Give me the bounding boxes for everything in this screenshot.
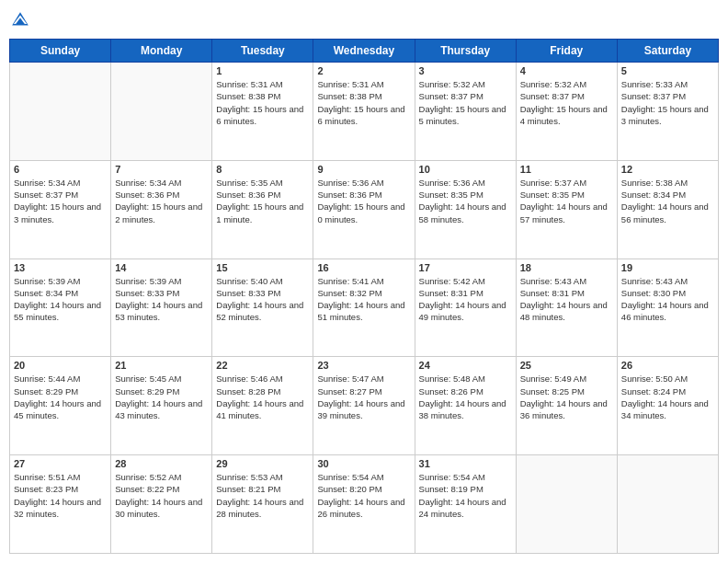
day-number: 1 — [216, 65, 309, 76]
day-number: 20 — [14, 360, 107, 371]
cell-content: Sunrise: 5:44 AMSunset: 8:29 PMDaylight:… — [14, 373, 107, 421]
cell-content: Sunrise: 5:41 AMSunset: 8:32 PMDaylight:… — [317, 275, 410, 324]
day-number: 23 — [317, 360, 410, 371]
day-number: 11 — [520, 164, 613, 175]
calendar-cell: 20Sunrise: 5:44 AMSunset: 8:29 PMDayligh… — [10, 357, 111, 455]
day-number: 18 — [520, 262, 613, 273]
calendar-cell: 13Sunrise: 5:39 AMSunset: 8:34 PMDayligh… — [10, 259, 111, 357]
day-number: 28 — [115, 458, 208, 469]
cell-content: Sunrise: 5:36 AMSunset: 8:36 PMDaylight:… — [317, 177, 410, 225]
day-number: 5 — [621, 65, 714, 76]
calendar-cell: 24Sunrise: 5:48 AMSunset: 8:26 PMDayligh… — [415, 357, 516, 455]
day-number: 10 — [419, 164, 512, 175]
cell-content: Sunrise: 5:40 AMSunset: 8:33 PMDaylight:… — [216, 275, 309, 324]
cell-content: Sunrise: 5:33 AMSunset: 8:37 PMDaylight:… — [621, 78, 714, 127]
day-number: 29 — [216, 458, 309, 469]
day-number: 24 — [419, 360, 512, 371]
weekday-header-monday: Monday — [111, 40, 212, 63]
calendar-cell: 6Sunrise: 5:34 AMSunset: 8:37 PMDaylight… — [10, 160, 111, 259]
calendar-cell: 18Sunrise: 5:43 AMSunset: 8:31 PMDayligh… — [516, 259, 617, 357]
calendar-cell: 3Sunrise: 5:32 AMSunset: 8:37 PMDaylight… — [415, 63, 516, 161]
weekday-header-row: SundayMondayTuesdayWednesdayThursdayFrid… — [10, 40, 719, 63]
cell-content: Sunrise: 5:36 AMSunset: 8:35 PMDaylight:… — [419, 177, 512, 225]
logo — [9, 9, 35, 31]
calendar-cell: 16Sunrise: 5:41 AMSunset: 8:32 PMDayligh… — [313, 259, 415, 357]
calendar-cell: 31Sunrise: 5:54 AMSunset: 8:19 PMDayligh… — [415, 455, 516, 554]
week-row-1: 6Sunrise: 5:34 AMSunset: 8:37 PMDaylight… — [10, 160, 719, 259]
weekday-header-sunday: Sunday — [10, 40, 111, 63]
cell-content: Sunrise: 5:46 AMSunset: 8:28 PMDaylight:… — [216, 373, 309, 421]
weekday-header-tuesday: Tuesday — [212, 40, 313, 63]
calendar-cell — [617, 455, 718, 554]
day-number: 27 — [14, 458, 107, 469]
cell-content: Sunrise: 5:42 AMSunset: 8:31 PMDaylight:… — [419, 275, 512, 324]
cell-content: Sunrise: 5:45 AMSunset: 8:29 PMDaylight:… — [115, 373, 208, 421]
day-number: 13 — [14, 262, 107, 273]
week-row-4: 27Sunrise: 5:51 AMSunset: 8:23 PMDayligh… — [10, 455, 719, 554]
cell-content: Sunrise: 5:50 AMSunset: 8:24 PMDaylight:… — [621, 373, 714, 421]
weekday-header-saturday: Saturday — [617, 40, 718, 63]
calendar-cell: 1Sunrise: 5:31 AMSunset: 8:38 PMDaylight… — [212, 63, 313, 161]
calendar-cell: 27Sunrise: 5:51 AMSunset: 8:23 PMDayligh… — [10, 455, 111, 554]
day-number: 30 — [317, 458, 410, 469]
header — [9, 9, 719, 31]
calendar-cell: 29Sunrise: 5:53 AMSunset: 8:21 PMDayligh… — [212, 455, 313, 554]
calendar-cell: 22Sunrise: 5:46 AMSunset: 8:28 PMDayligh… — [212, 357, 313, 455]
cell-content: Sunrise: 5:53 AMSunset: 8:21 PMDaylight:… — [216, 471, 309, 520]
calendar-cell — [111, 63, 212, 161]
calendar-cell: 19Sunrise: 5:43 AMSunset: 8:30 PMDayligh… — [617, 259, 718, 357]
calendar-cell: 4Sunrise: 5:32 AMSunset: 8:37 PMDaylight… — [516, 63, 617, 161]
day-number: 17 — [419, 262, 512, 273]
calendar-table: SundayMondayTuesdayWednesdayThursdayFrid… — [9, 39, 719, 554]
day-number: 12 — [621, 164, 714, 175]
cell-content: Sunrise: 5:54 AMSunset: 8:20 PMDaylight:… — [317, 471, 410, 520]
calendar-cell: 12Sunrise: 5:38 AMSunset: 8:34 PMDayligh… — [617, 160, 718, 259]
day-number: 26 — [621, 360, 714, 371]
day-number: 21 — [115, 360, 208, 371]
calendar-cell: 5Sunrise: 5:33 AMSunset: 8:37 PMDaylight… — [617, 63, 718, 161]
calendar-cell: 23Sunrise: 5:47 AMSunset: 8:27 PMDayligh… — [313, 357, 415, 455]
calendar-cell: 7Sunrise: 5:34 AMSunset: 8:36 PMDaylight… — [111, 160, 212, 259]
weekday-header-thursday: Thursday — [415, 40, 516, 63]
day-number: 14 — [115, 262, 208, 273]
cell-content: Sunrise: 5:49 AMSunset: 8:25 PMDaylight:… — [520, 373, 613, 421]
calendar-cell: 10Sunrise: 5:36 AMSunset: 8:35 PMDayligh… — [415, 160, 516, 259]
day-number: 8 — [216, 164, 309, 175]
cell-content: Sunrise: 5:37 AMSunset: 8:35 PMDaylight:… — [520, 177, 613, 225]
week-row-3: 20Sunrise: 5:44 AMSunset: 8:29 PMDayligh… — [10, 357, 719, 455]
cell-content: Sunrise: 5:32 AMSunset: 8:37 PMDaylight:… — [520, 78, 613, 127]
cell-content: Sunrise: 5:39 AMSunset: 8:33 PMDaylight:… — [115, 275, 208, 324]
calendar-cell: 14Sunrise: 5:39 AMSunset: 8:33 PMDayligh… — [111, 259, 212, 357]
cell-content: Sunrise: 5:38 AMSunset: 8:34 PMDaylight:… — [621, 177, 714, 225]
logo-icon — [9, 9, 31, 31]
calendar-cell: 28Sunrise: 5:52 AMSunset: 8:22 PMDayligh… — [111, 455, 212, 554]
cell-content: Sunrise: 5:52 AMSunset: 8:22 PMDaylight:… — [115, 471, 208, 520]
day-number: 25 — [520, 360, 613, 371]
day-number: 3 — [419, 65, 512, 76]
page: SundayMondayTuesdayWednesdayThursdayFrid… — [0, 0, 728, 563]
cell-content: Sunrise: 5:34 AMSunset: 8:37 PMDaylight:… — [14, 177, 107, 225]
day-number: 4 — [520, 65, 613, 76]
calendar-cell: 25Sunrise: 5:49 AMSunset: 8:25 PMDayligh… — [516, 357, 617, 455]
calendar-cell — [516, 455, 617, 554]
day-number: 31 — [419, 458, 512, 469]
calendar-cell: 26Sunrise: 5:50 AMSunset: 8:24 PMDayligh… — [617, 357, 718, 455]
calendar-cell: 15Sunrise: 5:40 AMSunset: 8:33 PMDayligh… — [212, 259, 313, 357]
cell-content: Sunrise: 5:35 AMSunset: 8:36 PMDaylight:… — [216, 177, 309, 225]
day-number: 7 — [115, 164, 208, 175]
weekday-header-friday: Friday — [516, 40, 617, 63]
calendar-cell: 21Sunrise: 5:45 AMSunset: 8:29 PMDayligh… — [111, 357, 212, 455]
cell-content: Sunrise: 5:47 AMSunset: 8:27 PMDaylight:… — [317, 373, 410, 421]
calendar-cell: 8Sunrise: 5:35 AMSunset: 8:36 PMDaylight… — [212, 160, 313, 259]
day-number: 16 — [317, 262, 410, 273]
cell-content: Sunrise: 5:32 AMSunset: 8:37 PMDaylight:… — [419, 78, 512, 127]
week-row-2: 13Sunrise: 5:39 AMSunset: 8:34 PMDayligh… — [10, 259, 719, 357]
day-number: 15 — [216, 262, 309, 273]
cell-content: Sunrise: 5:48 AMSunset: 8:26 PMDaylight:… — [419, 373, 512, 421]
calendar-cell: 2Sunrise: 5:31 AMSunset: 8:38 PMDaylight… — [313, 63, 415, 161]
calendar-cell: 9Sunrise: 5:36 AMSunset: 8:36 PMDaylight… — [313, 160, 415, 259]
calendar-cell: 30Sunrise: 5:54 AMSunset: 8:20 PMDayligh… — [313, 455, 415, 554]
cell-content: Sunrise: 5:51 AMSunset: 8:23 PMDaylight:… — [14, 471, 107, 520]
cell-content: Sunrise: 5:43 AMSunset: 8:31 PMDaylight:… — [520, 275, 613, 324]
cell-content: Sunrise: 5:31 AMSunset: 8:38 PMDaylight:… — [317, 78, 410, 127]
